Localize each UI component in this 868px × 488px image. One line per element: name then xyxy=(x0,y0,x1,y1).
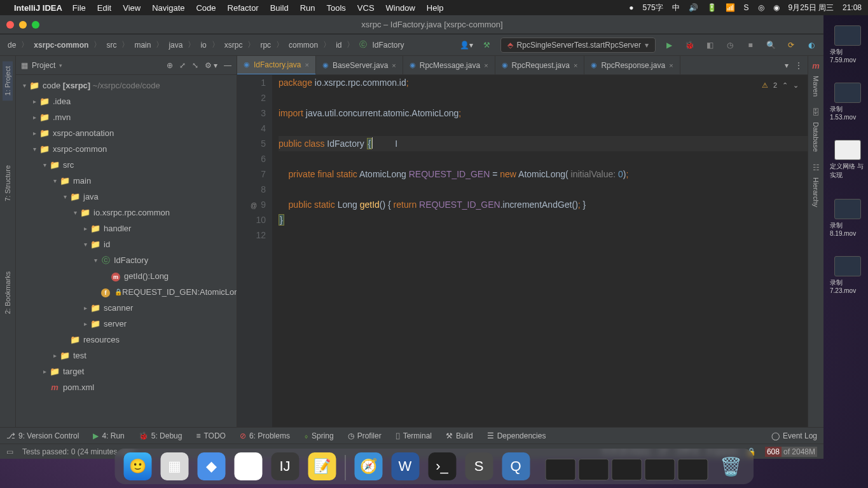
tree-row[interactable]: ▸📁target xyxy=(16,363,237,379)
menu-refactor[interactable]: Refactor xyxy=(228,3,259,13)
tool-tab-maven[interactable]: Maven xyxy=(811,71,821,102)
project-tree[interactable]: ▾ 📁 code [xsrpc] ~/xsrpc/code/code ▸📁.id… xyxy=(16,75,237,427)
dock-notes[interactable]: 📝 xyxy=(308,452,336,480)
tab-debug[interactable]: 🐞5: Debug xyxy=(139,431,183,440)
code[interactable]: ⚠ 2 ⌃ ⌄ package io.xsrpc.rpc.common.id; … xyxy=(272,75,808,427)
dock-finder[interactable]: 🙂 xyxy=(123,452,151,480)
editor-tab[interactable]: ◉RpcMessage.java× xyxy=(403,56,495,75)
editor-tab[interactable]: ◉RpcRequest.java× xyxy=(495,56,585,75)
collapse-all-icon[interactable]: ⤡ xyxy=(192,61,198,70)
dock-terminal[interactable]: ›_ xyxy=(428,452,456,480)
profile-button[interactable]: ◷ xyxy=(723,38,737,52)
editor-body[interactable]: 12345678@91012 ⚠ 2 ⌃ ⌄ package io.xsrpc.… xyxy=(237,75,808,427)
siri-icon[interactable]: ◉ xyxy=(773,3,780,12)
settings-icon[interactable]: ⚙ ▾ xyxy=(205,61,217,70)
tree-row[interactable]: ▾ⓒIdFactory xyxy=(16,252,237,268)
date[interactable]: 9月25日 周三 xyxy=(789,3,834,13)
tree-row[interactable]: ▸📁.idea xyxy=(16,93,237,109)
tab-event-log[interactable]: ◯Event Log xyxy=(771,431,817,440)
close-tab-icon[interactable]: × xyxy=(484,62,488,69)
ide-services-icon[interactable]: ◐ xyxy=(804,38,818,52)
tree-row[interactable]: ▸📁handler xyxy=(16,220,237,236)
dock-trash[interactable]: 🗑️ xyxy=(717,452,745,480)
input-method[interactable]: 中 xyxy=(672,3,680,13)
menu-edit[interactable]: Edit xyxy=(97,3,111,13)
tree-root[interactable]: ▾ 📁 code [xsrpc] ~/xsrpc/code/code xyxy=(16,78,237,93)
battery-icon[interactable]: 🔋 xyxy=(707,3,717,12)
tree-row[interactable]: ▾📁src xyxy=(16,157,237,173)
close-tab-icon[interactable]: × xyxy=(392,62,396,69)
dock-word[interactable]: W xyxy=(391,452,419,480)
tab-todo[interactable]: ≡TODO xyxy=(196,431,225,440)
tool-tab-database[interactable]: Database xyxy=(811,117,821,157)
debug-button[interactable]: 🐞 xyxy=(682,38,696,52)
menu-run[interactable]: Run xyxy=(300,3,315,13)
tree-row[interactable]: ▸📁server xyxy=(16,316,237,332)
tree-row[interactable]: ▾📁java xyxy=(16,189,237,205)
menu-build[interactable]: Build xyxy=(270,3,289,13)
dock-quicktime[interactable]: Q xyxy=(502,452,530,480)
menu-view[interactable]: View xyxy=(123,3,141,13)
coverage-button[interactable]: ◧ xyxy=(703,38,717,52)
user-icon[interactable]: 👤▾ xyxy=(460,38,474,52)
breadcrumb[interactable]: de〉 xsrpc-common〉 src〉 main〉 java〉 io〉 x… xyxy=(5,39,406,50)
menu-tools[interactable]: Tools xyxy=(326,3,345,13)
time[interactable]: 21:08 xyxy=(843,3,862,12)
search-icon[interactable]: 🔍 xyxy=(764,38,778,52)
tab-dependencies[interactable]: ☰Dependencies xyxy=(487,431,546,440)
tree-row[interactable]: f🔒REQUEST_ID_GEN:AtomicLong xyxy=(16,284,237,300)
close-tab-icon[interactable]: × xyxy=(574,62,577,69)
dock-sublime[interactable]: S xyxy=(465,452,493,480)
close-button[interactable] xyxy=(6,21,14,29)
memory-indicator[interactable]: 608of 2048M xyxy=(765,447,817,457)
close-tab-icon[interactable]: × xyxy=(669,62,673,69)
status-icon[interactable]: ▭ xyxy=(6,447,13,456)
tree-row[interactable]: ▾📁main xyxy=(16,173,237,189)
desktop-file[interactable]: 定义网络 与实现 xyxy=(830,140,865,180)
select-opened-file-icon[interactable]: ⊕ xyxy=(167,61,173,70)
volume-icon[interactable]: 🔊 xyxy=(689,3,698,12)
tree-row[interactable]: mpom.xml xyxy=(16,379,237,395)
run-button[interactable]: ▶ xyxy=(662,38,676,52)
dock-minimized-windows[interactable] xyxy=(545,459,708,480)
tree-row[interactable]: ▸📁.mvn xyxy=(16,109,237,125)
editor-tab[interactable]: ◉BaseServer.java× xyxy=(316,56,403,75)
tool-tab-hierarchy[interactable]: Hierarchy xyxy=(811,172,821,212)
wifi-icon[interactable]: 📶 xyxy=(726,3,735,12)
hide-icon[interactable]: — xyxy=(224,61,231,70)
tree-row[interactable]: 📁resources xyxy=(16,332,237,348)
project-view-selector[interactable]: ▦ Project ▾ xyxy=(21,61,62,70)
gutter[interactable]: 12345678@91012 xyxy=(237,75,272,427)
maximize-button[interactable] xyxy=(32,21,39,29)
tree-row[interactable]: ▸📁scanner xyxy=(16,300,237,316)
tool-tab-project[interactable]: 1: Project xyxy=(3,61,13,100)
hammer-icon[interactable]: ⚒ xyxy=(480,38,494,52)
tab-version-control[interactable]: ⎇9: Version Control xyxy=(6,431,79,440)
tab-run[interactable]: ▶4: Run xyxy=(93,431,124,440)
desktop-file[interactable]: 录制 7.59.mov xyxy=(830,25,865,64)
tree-row[interactable]: ▾📁xsrpc-common xyxy=(16,141,237,157)
expand-all-icon[interactable]: ⤢ xyxy=(179,61,186,70)
tool-tab-structure[interactable]: 7: Structure xyxy=(3,160,13,207)
dock-intellij[interactable]: IJ xyxy=(271,452,299,480)
sync-icon[interactable]: ⟳ xyxy=(784,38,798,52)
run-configuration[interactable]: ⬘ RpcSingleServerTest.startRpcServer ▾ xyxy=(500,37,656,53)
dock-launchpad[interactable]: ▦ xyxy=(160,452,188,480)
editor-tab[interactable]: ◉IdFactory.java× xyxy=(237,56,316,75)
menu-navigate[interactable]: Navigate xyxy=(152,3,184,13)
tree-row[interactable]: ▸📁test xyxy=(16,348,237,363)
close-tab-icon[interactable]: × xyxy=(305,61,308,69)
s-icon[interactable]: S xyxy=(744,3,749,12)
tabs-dropdown-icon[interactable]: ▾ xyxy=(785,61,789,70)
camera-icon[interactable]: ● xyxy=(629,3,633,12)
tree-row[interactable]: mgetId():Long xyxy=(16,268,237,284)
tab-spring[interactable]: ⬨Spring xyxy=(304,431,334,440)
dock-safari[interactable]: 🧭 xyxy=(354,452,382,480)
tree-row[interactable]: ▾📁io.xsrpc.rpc.common xyxy=(16,205,237,220)
desktop-file[interactable]: 录制 8.19.mov xyxy=(830,199,865,237)
menu-code[interactable]: Code xyxy=(196,3,216,13)
dock-obsidian[interactable]: ◆ xyxy=(197,452,225,480)
warning-icon[interactable]: ⚠ xyxy=(762,78,768,93)
tree-row[interactable]: ▸📁xsrpc-annotation xyxy=(16,125,237,141)
menu-vcs[interactable]: VCS xyxy=(357,3,375,13)
